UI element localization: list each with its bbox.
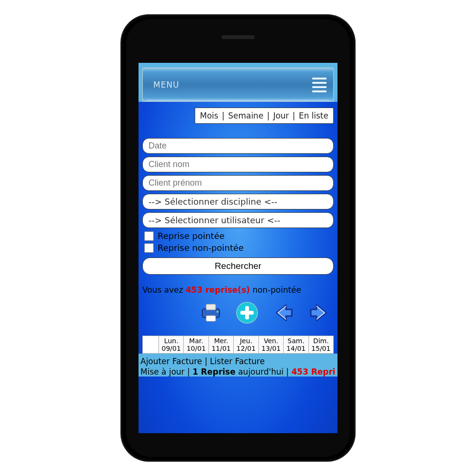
app-header: MENU <box>142 68 334 102</box>
header-divider <box>147 100 329 100</box>
calendar-day-header[interactable]: Lun.09/01 <box>159 336 184 354</box>
printer-icon[interactable] <box>199 301 222 324</box>
search-button[interactable]: Rechercher <box>142 258 334 275</box>
view-day[interactable]: Jour <box>273 111 289 120</box>
calendar-day-header[interactable]: Jeu.12/01 <box>234 336 258 354</box>
arrow-right-icon[interactable] <box>308 301 331 324</box>
one-reprise-text: 1 Reprise <box>192 367 235 377</box>
status-prefix: Vous avez <box>142 285 186 295</box>
status-suffix: non-pointée <box>250 285 301 295</box>
reprise-pointee-row[interactable]: Reprise pointée <box>144 231 334 241</box>
date-input[interactable] <box>142 138 334 154</box>
add-icon[interactable] <box>236 301 258 324</box>
reprise-pointee-checkbox[interactable] <box>144 231 154 241</box>
calendar-day-header[interactable]: Mer.11/01 <box>208 336 233 354</box>
discipline-select[interactable]: --> Sélectionner discipline <-- <box>142 194 334 209</box>
screen: MENU Mois | Semaine | Jour | En liste --… <box>139 63 337 433</box>
ajouter-facture-link[interactable]: Ajouter Facture <box>140 357 202 366</box>
calendar-blank-cell <box>143 336 159 354</box>
mise-a-jour-link[interactable]: Mise à jour <box>140 367 185 377</box>
calendar-table: Lun.09/01 Mar.10/01 Mer.11/01 Jeu.12/01 … <box>142 336 334 354</box>
separator: | <box>289 111 299 120</box>
count-reprise-text: 453 Reprise <box>291 367 335 377</box>
hamburger-icon[interactable] <box>312 78 327 92</box>
calendar-header-row: Lun.09/01 Mar.10/01 Mer.11/01 Jeu.12/01 … <box>143 336 334 354</box>
phone-frame: MENU Mois | Semaine | Jour | En liste --… <box>120 14 356 462</box>
reprise-non-pointee-label: Reprise non-pointée <box>158 243 244 253</box>
client-nom-input[interactable] <box>142 157 334 172</box>
view-month[interactable]: Mois <box>200 111 218 120</box>
phone-bezel: MENU Mois | Semaine | Jour | En liste --… <box>126 19 350 457</box>
reprise-non-pointee-checkbox[interactable] <box>144 243 154 253</box>
status-count: 453 reprise(s) <box>186 285 250 295</box>
phone-speaker <box>221 35 255 39</box>
action-icon-row <box>142 295 334 332</box>
svg-rect-7 <box>240 311 254 315</box>
svg-rect-1 <box>206 304 216 310</box>
calendar-day-header[interactable]: Ven.13/01 <box>258 336 283 354</box>
content-area: Mois | Semaine | Jour | En liste --> Sél… <box>139 102 337 433</box>
calendar-day-header[interactable]: Dim.15/01 <box>308 336 333 354</box>
client-prenom-input[interactable] <box>142 175 334 191</box>
footer-strip: Ajouter Facture | Lister Facture Mise à … <box>139 354 337 377</box>
utilisateur-select[interactable]: --> Sélectionner utilisateur <-- <box>142 212 334 228</box>
view-switch: Mois | Semaine | Jour | En liste <box>195 108 334 124</box>
search-form: --> Sélectionner discipline <-- --> Séle… <box>142 136 334 275</box>
lister-facture-link[interactable]: Lister Facture <box>210 357 265 366</box>
status-line: Vous avez 453 reprise(s) non-pointée <box>142 285 334 295</box>
separator: | <box>202 357 210 366</box>
view-list[interactable]: En liste <box>299 111 328 120</box>
view-week[interactable]: Semaine <box>228 111 263 120</box>
menu-button[interactable]: MENU <box>143 80 179 89</box>
aujourdhui-text: aujourd'hui <box>236 367 284 377</box>
svg-point-3 <box>217 311 218 313</box>
separator: | <box>263 111 273 120</box>
reprise-non-pointee-row[interactable]: Reprise non-pointée <box>144 243 334 253</box>
separator: | <box>284 367 292 377</box>
arrow-left-icon[interactable] <box>272 301 295 324</box>
svg-rect-2 <box>206 316 216 321</box>
reprise-pointee-label: Reprise pointée <box>158 231 225 241</box>
calendar-day-header[interactable]: Sam.14/01 <box>284 336 308 354</box>
calendar-day-header[interactable]: Mar.10/01 <box>184 336 208 354</box>
separator: | <box>218 111 228 120</box>
separator: | <box>185 367 193 377</box>
